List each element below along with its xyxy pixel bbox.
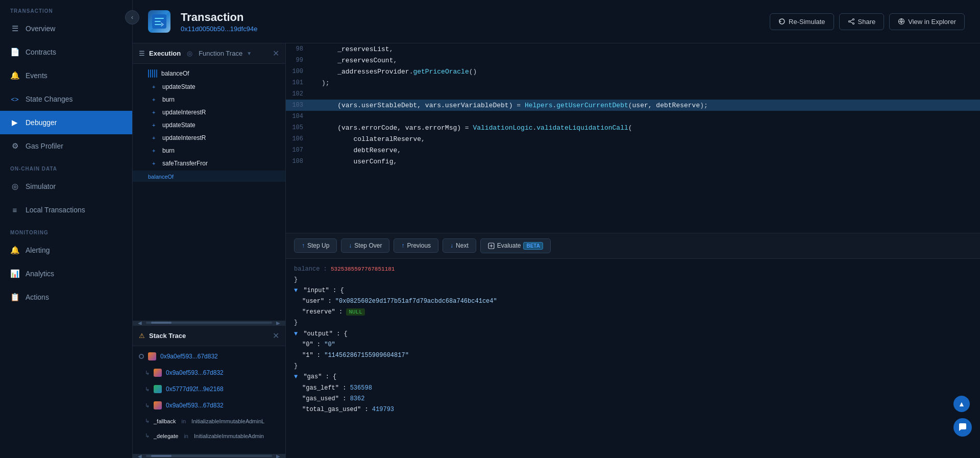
gas-used-key: "gas_used" <box>302 395 339 402</box>
stack-trace-tab[interactable]: Stack Trace <box>149 332 186 340</box>
exec-item-balanceof[interactable]: balanceOf <box>148 67 279 80</box>
execution-panel: ☰ Execution ◎ Function Trace ▼ ✕ <box>133 43 285 325</box>
code-line-107: 107 debtReserve, <box>286 144 980 156</box>
exec-item-updateinterestr1[interactable]: + updateInterestR <box>148 106 279 118</box>
step-over-button[interactable]: ↓ Step Over <box>341 238 389 253</box>
addr-icon2 <box>154 385 162 393</box>
sidebar-item-label: Debugger <box>26 118 57 127</box>
sidebar-toggle[interactable]: ‹ <box>125 10 139 25</box>
output-1-line: "1" : "114562867155909604817" <box>294 350 972 361</box>
sidebar-item-actions[interactable]: 📋 Actions <box>0 285 132 309</box>
code-line-108: 108 userConfig, <box>286 156 980 167</box>
scroll-right-arrow[interactable]: ▶ <box>276 453 280 459</box>
sidebar-item-label: Local Transactions <box>26 206 85 214</box>
gas-profiler-icon: ⚙ <box>10 141 19 151</box>
stack-item-6[interactable]: ↳ _delegate in InitializableImmutableAdm… <box>133 428 285 443</box>
gas-left-value: 536598 <box>350 384 372 392</box>
exec-fn-name: burn <box>162 147 175 154</box>
sidebar-item-overview[interactable]: ☰ Overview <box>0 17 132 40</box>
exec-item-updatestate1[interactable]: + updateState <box>148 81 279 93</box>
stack-item-5[interactable]: ↳ _fallback in InitializableImmutableAdm… <box>133 414 285 428</box>
view-explorer-button[interactable]: View in Explorer <box>889 13 965 30</box>
function-trace-tab[interactable]: Function Trace <box>199 50 242 57</box>
input-collapse-arrow[interactable]: ▼ <box>294 287 298 294</box>
stack-item-4[interactable]: ↳ 0x9a0ef593...67d832 <box>133 397 285 414</box>
sidebar-item-contracts[interactable]: 📄 Contracts <box>0 40 132 64</box>
code-editor[interactable]: 98 _reservesList, 99 _reservesCount, 100… <box>286 43 980 233</box>
sidebar-item-state-changes[interactable]: <> State Changes <box>0 87 132 111</box>
sidebar-item-simulator[interactable]: ◎ Simulator <box>0 175 132 198</box>
exec-item-burn2[interactable]: + burn <box>148 144 279 157</box>
scroll-thumb[interactable] <box>151 455 172 457</box>
sidebar-item-debugger[interactable]: ▶ Debugger <box>0 111 132 134</box>
step-over-arrow: ↓ <box>349 242 352 249</box>
code-line-103-highlighted: 103 (vars.userStableDebt, vars.userVaria… <box>286 100 980 111</box>
stack-trace-close[interactable]: ✕ <box>273 331 279 341</box>
previous-button[interactable]: ↑ Previous <box>394 238 438 253</box>
section-label-on-chain: ON-CHAIN DATA <box>0 158 132 175</box>
horizontal-scrollbar[interactable]: ◀ ▶ <box>133 321 285 325</box>
share-button[interactable]: Share <box>839 13 885 30</box>
exec-item-burn1[interactable]: + burn <box>148 93 279 106</box>
actions-icon: 📋 <box>10 293 19 302</box>
sidebar-item-events[interactable]: 🔔 Events <box>0 64 132 87</box>
sidebar-item-local-transactions[interactable]: ≡ Local Transactions <box>0 198 132 222</box>
stack-item-1[interactable]: 0x9a0ef593...67d832 <box>133 348 285 365</box>
stack-addr: 0x5777d92f...9e2168 <box>166 385 224 393</box>
exec-item-updatestate2[interactable]: + updateState <box>148 119 279 131</box>
alerting-icon: 🔔 <box>10 246 19 255</box>
plus-icon: + <box>152 97 159 103</box>
addr-icon <box>154 401 162 409</box>
execution-panel-close[interactable]: ✕ <box>273 49 279 58</box>
transaction-hash[interactable]: 0x11d0050b50...19dfc94e <box>181 25 760 33</box>
stack-item-2[interactable]: ↳ 0x9a0ef593...67d832 <box>133 365 285 381</box>
total-gas-line: "total_gas_used" : 419793 <box>294 404 972 415</box>
plus-icon: + <box>152 84 159 90</box>
sidebar-item-label: Overview <box>26 25 55 33</box>
reserve-key: "reserve" <box>302 308 335 316</box>
stack-contract-name: InitializableImmutableAdmin <box>194 433 264 439</box>
output-user-line: "user" : "0x0825602e9d177b51af7d79acbdc6… <box>294 296 972 307</box>
stack-addr: 0x9a0ef593...67d832 <box>166 369 224 376</box>
scroll-track[interactable] <box>146 322 272 324</box>
exec-item-updateinterestr2[interactable]: + updateInterestR <box>148 132 279 144</box>
arrow-right-icon: ↳ <box>145 418 150 424</box>
exec-item-safetransfer[interactable]: + safeTransferFror <box>148 157 279 170</box>
stack-horizontal-scrollbar[interactable]: ◀ ▶ <box>133 454 285 458</box>
next-button[interactable]: ↓ Next <box>443 238 476 253</box>
step-up-arrow: ↑ <box>302 242 305 249</box>
main-content: Transaction 0x11d0050b50...19dfc94e Re-S… <box>133 0 980 458</box>
sidebar-item-alerting[interactable]: 🔔 Alerting <box>0 238 132 262</box>
stack-contract-name: InitializableImmutableAdminL <box>191 418 264 424</box>
svg-point-2 <box>848 21 850 22</box>
scroll-track[interactable] <box>146 455 272 457</box>
output-collapse-arrow[interactable]: ▼ <box>294 330 298 338</box>
stack-item-3[interactable]: ↳ 0x5777d92f...9e2168 <box>133 381 285 397</box>
resimulate-button[interactable]: Re-Simulate <box>770 13 834 30</box>
gas-collapse-arrow[interactable]: ▼ <box>294 373 298 380</box>
step-up-button[interactable]: ↑ Step Up <box>294 238 337 253</box>
sidebar-item-label: Alerting <box>26 246 50 254</box>
output-input-close: } <box>294 318 972 328</box>
previous-arrow: ↑ <box>401 242 404 249</box>
scroll-thumb[interactable] <box>151 322 172 324</box>
sidebar-item-analytics[interactable]: 📊 Analytics <box>0 262 132 285</box>
user-key: "user" <box>302 298 324 305</box>
scroll-left-arrow[interactable]: ◀ <box>138 453 142 459</box>
sidebar-item-gas-profiler[interactable]: ⚙ Gas Profiler <box>0 134 132 158</box>
execution-icon: ☰ <box>139 50 145 57</box>
code-line-104: 104 <box>286 111 980 122</box>
sidebar-item-label: Events <box>26 71 47 80</box>
scroll-right-arrow[interactable]: ▶ <box>276 320 280 326</box>
scroll-left-arrow[interactable]: ◀ <box>138 320 142 326</box>
scroll-up-button[interactable]: ▲ <box>953 396 970 412</box>
evaluate-button[interactable]: Evaluate BETA <box>480 238 551 253</box>
sidebar: ‹ TRANSACTION ☰ Overview 📄 Contracts 🔔 E… <box>0 0 133 458</box>
stack-fn-name: _fallback <box>154 418 176 424</box>
addr-icon <box>148 352 156 360</box>
beta-badge: BETA <box>523 242 543 250</box>
execution-tab[interactable]: Execution <box>149 50 181 57</box>
debugger-icon: ▶ <box>10 118 19 127</box>
chat-button[interactable] <box>953 418 972 437</box>
transaction-icon <box>148 10 170 33</box>
